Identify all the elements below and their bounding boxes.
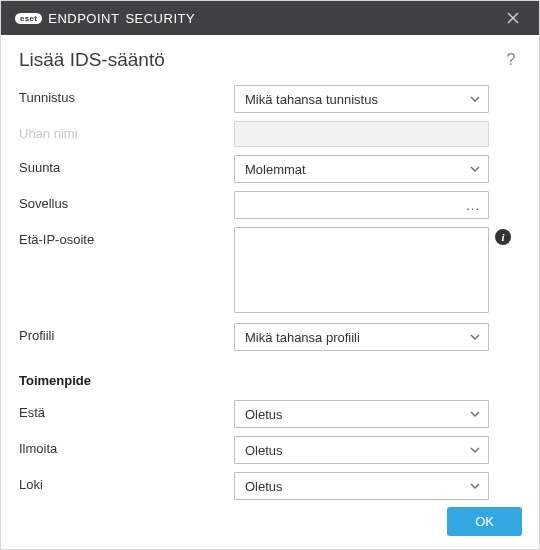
select-ilmoita[interactable]: Oletus: [234, 436, 489, 464]
label-tunnistus: Tunnistus: [19, 85, 234, 105]
chevron-down-icon: [470, 445, 480, 455]
label-esta: Estä: [19, 400, 234, 420]
close-button[interactable]: [499, 4, 527, 32]
chevron-down-icon: [470, 409, 480, 419]
close-icon: [507, 12, 519, 24]
select-esta[interactable]: Oletus: [234, 400, 489, 428]
select-tunnistus-value: Mikä tahansa tunnistus: [245, 92, 378, 107]
brand-product-1: ENDPOINT: [48, 11, 119, 26]
label-uhan-nimi: Uhan nimi: [19, 121, 234, 141]
label-sovellus: Sovellus: [19, 191, 234, 211]
ellipsis-icon: ...: [466, 198, 480, 213]
textarea-eta-ip[interactable]: [234, 227, 489, 313]
section-toimenpide: Toimenpide: [19, 373, 521, 388]
info-icon[interactable]: i: [495, 229, 511, 245]
brand-product-2: SECURITY: [125, 11, 195, 26]
select-esta-value: Oletus: [245, 407, 283, 422]
page-title: Lisää IDS-sääntö: [19, 49, 165, 71]
form: Tunnistus Mikä tahansa tunnistus Uhan ni…: [19, 85, 521, 500]
help-button[interactable]: ?: [501, 51, 521, 69]
select-suunta-value: Molemmat: [245, 162, 306, 177]
chevron-down-icon: [470, 481, 480, 491]
chevron-down-icon: [470, 332, 480, 342]
select-tunnistus[interactable]: Mikä tahansa tunnistus: [234, 85, 489, 113]
label-profiili: Profiili: [19, 323, 234, 343]
label-ilmoita: Ilmoita: [19, 436, 234, 456]
chevron-down-icon: [470, 164, 480, 174]
titlebar: eset ENDPOINT SECURITY: [1, 1, 539, 35]
content: Lisää IDS-sääntö ? Tunnistus Mikä tahans…: [1, 35, 539, 522]
select-suunta[interactable]: Molemmat: [234, 155, 489, 183]
label-eta-ip: Etä-IP-osoite: [19, 227, 234, 247]
picker-sovellus[interactable]: ...: [234, 191, 489, 219]
select-ilmoita-value: Oletus: [245, 443, 283, 458]
label-loki: Loki: [19, 472, 234, 492]
select-loki[interactable]: Oletus: [234, 472, 489, 500]
ok-button[interactable]: OK: [447, 507, 522, 536]
footer: OK: [447, 507, 522, 536]
brand-badge: eset: [15, 13, 42, 24]
label-suunta: Suunta: [19, 155, 234, 175]
select-loki-value: Oletus: [245, 479, 283, 494]
select-profiili[interactable]: Mikä tahansa profiili: [234, 323, 489, 351]
select-profiili-value: Mikä tahansa profiili: [245, 330, 360, 345]
brand: eset ENDPOINT SECURITY: [15, 11, 195, 26]
input-uhan-nimi: [234, 121, 489, 147]
chevron-down-icon: [470, 94, 480, 104]
